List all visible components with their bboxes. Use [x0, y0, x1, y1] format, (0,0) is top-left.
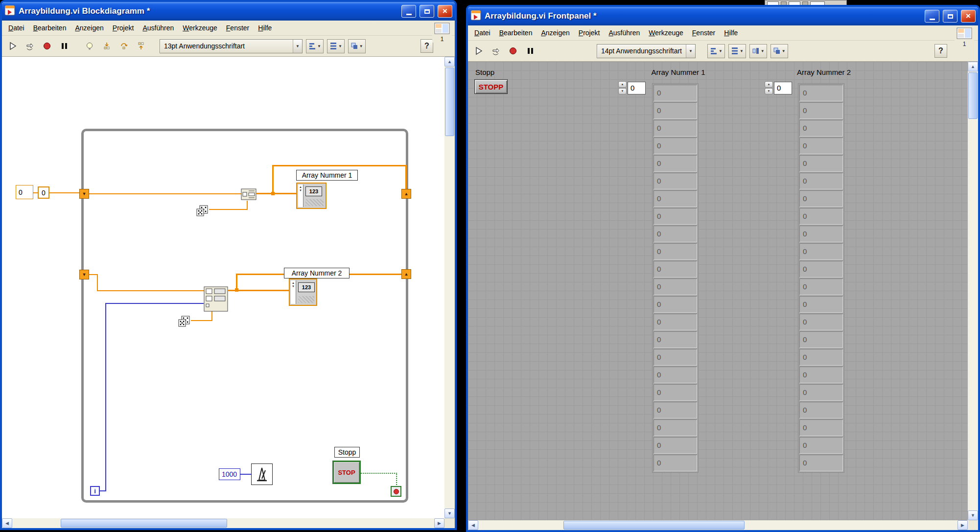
shift-register-right[interactable]: ▲ [401, 189, 411, 199]
scroll-up-button[interactable]: ▲ [444, 57, 455, 67]
array-element[interactable]: 0 [799, 384, 843, 401]
array-element[interactable]: 0 [653, 402, 697, 418]
maximize-button[interactable] [943, 10, 957, 23]
array-element[interactable]: 0 [653, 102, 697, 119]
array1-label[interactable]: Array Nummer 1 [296, 170, 358, 181]
run-continuous-button[interactable] [489, 44, 503, 58]
title-bar[interactable]: Arraybildung.vi Frontpanel * × [468, 7, 978, 25]
close-button[interactable]: × [438, 5, 452, 18]
abort-button[interactable] [506, 44, 520, 58]
array2-label[interactable]: Array Nummer 2 [284, 268, 350, 278]
maximize-button[interactable] [420, 5, 434, 18]
array-element[interactable]: 0 [799, 243, 843, 260]
navigation-pane[interactable]: 1 [432, 23, 452, 43]
loop-condition-terminal[interactable] [391, 486, 401, 497]
array-element[interactable]: 0 [799, 419, 843, 436]
array-element[interactable]: 0 [799, 190, 843, 207]
shift-register-left[interactable]: ▼ [79, 189, 89, 199]
horizontal-scrollbar[interactable]: ◀ ▶ [468, 520, 968, 530]
scroll-down-button[interactable]: ▼ [968, 510, 978, 520]
array-element[interactable]: 0 [799, 120, 843, 137]
highlight-execution-button[interactable] [83, 39, 96, 53]
array-element[interactable]: 0 [799, 85, 843, 101]
array-element[interactable]: 0 [653, 367, 697, 383]
array-element[interactable]: 0 [653, 208, 697, 225]
pause-button[interactable] [57, 39, 71, 53]
array-element[interactable]: 0 [799, 437, 843, 454]
array-element[interactable]: 0 [799, 367, 843, 383]
font-selector[interactable]: 14pt Anwendungsschriftart ▼ [597, 44, 696, 58]
array-element[interactable]: 0 [653, 437, 697, 454]
array-element[interactable]: 0 [653, 243, 697, 260]
menu-item[interactable]: Projekt [108, 21, 139, 35]
array-element[interactable]: 0 [799, 226, 843, 242]
vertical-scrollbar[interactable]: ▲ ▼ [444, 57, 455, 518]
scrollbar-thumb[interactable] [563, 521, 745, 530]
array-element[interactable]: 0 [799, 102, 843, 119]
array-element[interactable]: 0 [799, 278, 843, 295]
scroll-up-button[interactable]: ▲ [968, 62, 978, 71]
menu-item[interactable]: Fenster [222, 21, 254, 35]
menu-item[interactable]: Fenster [688, 26, 720, 40]
step-over-button[interactable] [117, 39, 131, 53]
array-element[interactable]: 0 [653, 190, 697, 207]
scrollbar-thumb[interactable] [445, 68, 454, 136]
shift-register-right[interactable]: ▲ [401, 269, 411, 279]
menu-item[interactable]: Anzeigen [70, 21, 108, 35]
scroll-right-button[interactable]: ▶ [434, 518, 444, 528]
menu-item[interactable]: Werkzeuge [644, 26, 688, 40]
build-array-node[interactable] [241, 188, 257, 202]
align-objects-dropdown[interactable]: ▼ [707, 44, 725, 58]
scroll-right-button[interactable]: ▶ [957, 520, 968, 530]
array-element[interactable]: 0 [799, 155, 843, 172]
array-element[interactable]: 0 [799, 173, 843, 189]
menu-item[interactable]: Ausführen [604, 26, 644, 40]
close-button[interactable]: × [961, 10, 976, 23]
array2-index-spinner[interactable]: ▲▼ [765, 81, 773, 94]
spin-down-icon[interactable]: ▼ [765, 88, 773, 94]
iteration-terminal[interactable]: i [90, 486, 100, 496]
menu-item[interactable]: Projekt [574, 26, 605, 40]
scroll-down-button[interactable]: ▼ [444, 509, 455, 518]
horizontal-scrollbar[interactable]: ◀ ▶ [2, 518, 444, 528]
stop-terminal[interactable]: STOP [332, 461, 361, 484]
array-element[interactable]: 0 [799, 138, 843, 154]
array-element[interactable]: 0 [653, 331, 697, 348]
random-number-icon[interactable] [196, 205, 209, 220]
front-panel-canvas[interactable]: Stopp STOPP ▲▼ 0 Array Nummer 1 00000000… [468, 62, 968, 520]
distribute-objects-dropdown[interactable]: ▼ [728, 44, 746, 58]
array-element[interactable]: 0 [799, 314, 843, 330]
shift-register-left[interactable]: ▼ [79, 270, 89, 279]
numeric-constant[interactable]: 0 [16, 185, 33, 199]
stop-label[interactable]: Stopp [334, 447, 360, 458]
array-element[interactable]: 0 [653, 278, 697, 295]
array-element[interactable]: 0 [653, 455, 697, 471]
array-element[interactable]: 0 [799, 455, 843, 471]
array-element[interactable]: 0 [799, 349, 843, 366]
distribute-objects-dropdown[interactable]: ▼ [327, 39, 345, 53]
run-continuous-button[interactable] [23, 39, 37, 53]
array-element[interactable]: 0 [653, 261, 697, 278]
array1-terminal[interactable]: ▲▼ 123 [296, 183, 327, 209]
array-element[interactable]: 0 [653, 120, 697, 137]
pause-button[interactable] [523, 44, 537, 58]
array-element[interactable]: 0 [653, 85, 697, 101]
run-button[interactable] [6, 39, 20, 53]
align-objects-dropdown[interactable]: ▼ [306, 39, 324, 53]
scroll-left-button[interactable]: ◀ [2, 518, 12, 528]
menu-item[interactable]: Ausführen [138, 21, 178, 35]
help-button[interactable]: ? [934, 44, 947, 58]
menu-item[interactable]: Hilfe [720, 26, 742, 40]
resize-objects-dropdown[interactable]: ▼ [749, 44, 767, 58]
help-button[interactable]: ? [420, 39, 433, 53]
array-element[interactable]: 0 [799, 296, 843, 313]
block-diagram-canvas[interactable]: ▼ ▼ ▲ ▲ 0 0 1000 Array Nummer 1 [2, 57, 444, 518]
scrollbar-thumb[interactable] [61, 519, 227, 528]
array-element[interactable]: 0 [799, 208, 843, 225]
scroll-left-button[interactable]: ◀ [468, 520, 478, 530]
step-out-button[interactable] [134, 39, 148, 53]
run-button[interactable] [472, 44, 486, 58]
array1-index-spinner[interactable]: ▲▼ [618, 81, 627, 94]
step-into-button[interactable] [100, 39, 114, 53]
array-element[interactable]: 0 [799, 402, 843, 418]
